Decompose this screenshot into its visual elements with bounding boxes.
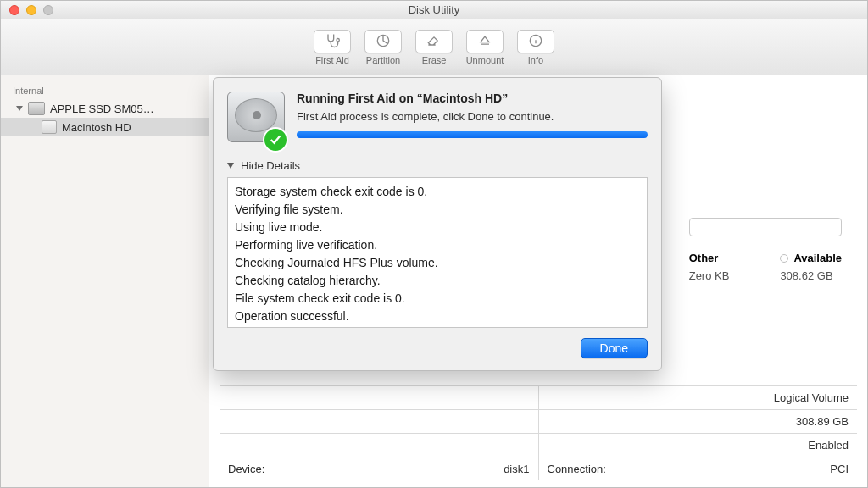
toolbar-info[interactable]: Info (512, 30, 559, 65)
drive-icon (28, 102, 45, 115)
toolbar: First Aid Partition Erase Unmount Info (1, 19, 867, 75)
sheet-subtitle: First Aid process is complete, click Don… (297, 110, 648, 123)
disclosure-triangle-icon (227, 163, 234, 169)
info-value: Enabled (808, 439, 849, 452)
pie-icon (375, 32, 392, 51)
log-output[interactable]: Storage system check exit code is 0. Ver… (227, 177, 648, 328)
toolbar-partition[interactable]: Partition (359, 30, 407, 65)
hide-details-toggle[interactable]: Hide Details (227, 159, 648, 172)
toggle-label: Hide Details (241, 159, 300, 172)
log-line: File system check exit code is 0. (235, 290, 640, 308)
toolbar-label: Unmount (466, 55, 504, 65)
sheet-title: Running First Aid on “Macintosh HD” (297, 92, 648, 105)
info-icon (527, 32, 544, 51)
stat-other: Other Zero KB (689, 252, 730, 282)
sidebar-item-disk[interactable]: APPLE SSD SM05… (1, 99, 209, 118)
toolbar-unmount[interactable]: Unmount (461, 30, 509, 65)
toolbar-erase[interactable]: Erase (410, 30, 458, 65)
info-value: PCI (830, 463, 849, 475)
disclosure-triangle-icon[interactable] (16, 106, 23, 111)
mount-point-field (689, 218, 842, 236)
usage-stats: Other Zero KB Available 308.62 GB (689, 252, 842, 282)
sidebar-section-internal: Internal (1, 82, 209, 99)
info-table: Logical Volume 308.89 GB Enabled Device:… (220, 385, 857, 480)
eject-icon (476, 32, 493, 51)
legend-value: Zero KB (689, 269, 730, 282)
log-line: Performing live verification. (235, 236, 640, 254)
info-value: 308.89 GB (796, 415, 849, 428)
done-button[interactable]: Done (581, 338, 648, 358)
eraser-icon (426, 32, 442, 51)
progress-fill (297, 131, 648, 138)
toolbar-label: Partition (366, 55, 400, 65)
info-label: Connection: (548, 463, 606, 475)
toolbar-first-aid[interactable]: First Aid (309, 30, 356, 65)
legend-swatch-icon (780, 254, 788, 263)
info-value: disk1 (504, 463, 529, 475)
drive-large-icon (227, 92, 285, 149)
sidebar-item-label: Macintosh HD (62, 121, 131, 134)
titlebar: Disk Utility (1, 1, 867, 19)
zoom-window-button[interactable] (43, 5, 53, 15)
log-line: Using live mode. (235, 219, 640, 236)
svg-point-0 (337, 38, 339, 41)
sidebar: Internal APPLE SSD SM05… Macintosh HD (1, 75, 209, 487)
sidebar-item-label: APPLE SSD SM05… (50, 103, 154, 115)
log-line: Storage system check exit code is 0. (235, 183, 640, 201)
progress-bar (297, 131, 648, 138)
log-line: Checking catalog hierarchy. (235, 272, 640, 290)
log-line: Checking Journaled HFS Plus volume. (235, 254, 640, 272)
legend-label: Available (793, 252, 842, 264)
sidebar-item-volume[interactable]: Macintosh HD (1, 118, 209, 136)
close-window-button[interactable] (9, 5, 19, 15)
check-badge-icon (263, 127, 288, 152)
minimize-window-button[interactable] (26, 5, 36, 15)
window-title: Disk Utility (1, 3, 867, 16)
legend-label: Other (689, 252, 719, 264)
first-aid-sheet: Running First Aid on “Macintosh HD” Firs… (213, 77, 662, 371)
legend-value: 308.62 GB (780, 269, 842, 282)
stat-available: Available 308.62 GB (780, 252, 842, 282)
toolbar-label: First Aid (315, 55, 349, 65)
info-value: Logical Volume (774, 391, 849, 404)
volume-icon (42, 120, 57, 134)
log-line: Operation successful. (235, 308, 640, 325)
traffic-lights (9, 5, 53, 15)
stethoscope-icon (324, 32, 341, 51)
info-label: Device: (228, 463, 264, 475)
disk-utility-window: Disk Utility First Aid Partition Erase U… (0, 0, 868, 488)
log-line: Verifying file system. (235, 201, 640, 219)
toolbar-label: Info (528, 55, 543, 65)
toolbar-label: Erase (422, 55, 447, 65)
